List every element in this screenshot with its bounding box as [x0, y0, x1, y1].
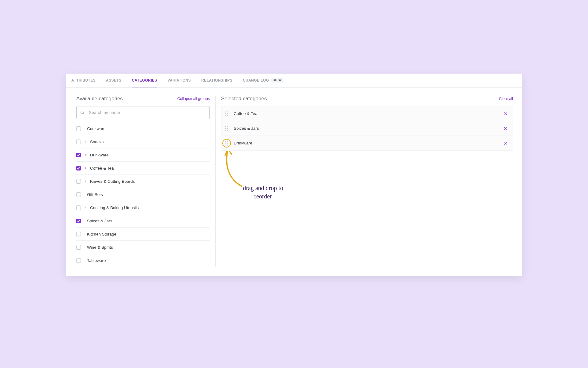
svg-point-15	[227, 141, 228, 142]
category-label[interactable]: Wine & Spirits	[87, 245, 113, 250]
category-label[interactable]: Snacks	[90, 140, 104, 144]
chevron-right-icon[interactable]	[84, 206, 87, 209]
svg-point-16	[225, 143, 226, 144]
category-row: Cookware	[76, 122, 210, 135]
svg-line-1	[83, 113, 84, 114]
category-row: Kitchen Storage	[76, 228, 210, 241]
category-row: Wine & Spirits	[76, 241, 210, 254]
svg-point-11	[227, 128, 228, 129]
tab-change-log[interactable]: CHANGE LOGBeta	[243, 74, 283, 87]
tab-bar: ATTRIBUTESASSETSCATEGORIESVARIATIONSRELA…	[66, 74, 522, 88]
annotation-overlay: drag and drop to reorder	[219, 151, 286, 212]
category-checkbox[interactable]	[76, 192, 81, 197]
svg-point-13	[227, 130, 228, 131]
category-label[interactable]: Drinkware	[90, 153, 109, 157]
chevron-right-icon[interactable]	[84, 153, 87, 156]
selected-row[interactable]: Spices & Jars	[221, 121, 513, 136]
category-checkbox[interactable]	[76, 258, 81, 263]
category-checkbox[interactable]	[76, 153, 81, 157]
tab-categories[interactable]: CATEGORIES	[132, 74, 157, 87]
categories-panel: ATTRIBUTESASSETSCATEGORIESVARIATIONSRELA…	[66, 74, 522, 276]
svg-point-18	[225, 144, 226, 145]
svg-point-9	[227, 126, 228, 127]
tab-label: CHANGE LOG	[243, 78, 269, 82]
category-checkbox[interactable]	[76, 166, 81, 171]
category-checkbox[interactable]	[76, 205, 81, 210]
available-title: Available categories	[76, 96, 123, 102]
category-checkbox[interactable]	[76, 179, 81, 184]
chevron-right-icon[interactable]	[84, 140, 87, 143]
drag-handle-icon[interactable]	[224, 141, 229, 146]
selected-label: Drinkware	[234, 141, 503, 145]
category-row: Gift Sets	[76, 188, 210, 201]
category-checkbox[interactable]	[76, 232, 81, 236]
svg-point-8	[225, 126, 226, 127]
svg-point-7	[227, 115, 228, 116]
beta-badge: Beta	[271, 78, 283, 82]
svg-point-0	[81, 111, 84, 114]
category-checkbox[interactable]	[76, 126, 81, 131]
category-label[interactable]: Tableware	[87, 258, 106, 263]
svg-point-5	[227, 113, 228, 114]
drag-handle-icon[interactable]	[224, 111, 229, 116]
svg-point-12	[225, 130, 226, 131]
close-icon[interactable]	[503, 112, 508, 116]
category-label[interactable]: Kitchen Storage	[87, 232, 116, 236]
close-icon[interactable]	[503, 141, 508, 145]
selected-categories: Selected categories Clear all Coffee & T…	[216, 96, 513, 267]
tab-label: RELATIONSHIPS	[201, 78, 232, 82]
tab-label: ASSETS	[106, 78, 121, 82]
svg-point-2	[225, 111, 226, 112]
category-row: Drinkware	[76, 148, 210, 162]
search-icon	[80, 110, 85, 115]
selected-label: Spices & Jars	[234, 126, 503, 131]
category-checkbox[interactable]	[76, 219, 81, 223]
clear-all-link[interactable]: Clear all	[499, 97, 513, 101]
svg-point-10	[225, 128, 226, 129]
category-label[interactable]: Cooking & Baking Utensils	[90, 205, 139, 210]
svg-point-17	[227, 143, 228, 144]
category-row: Cooking & Baking Utensils	[76, 201, 210, 214]
svg-point-3	[227, 111, 228, 112]
category-row: Coffee & Tea	[76, 162, 210, 175]
category-row: Knives & Cutting Boards	[76, 175, 210, 188]
svg-point-19	[227, 144, 228, 145]
drag-handle-highlight	[222, 139, 231, 148]
tab-attributes[interactable]: ATTRIBUTES	[71, 74, 96, 87]
category-label[interactable]: Coffee & Tea	[90, 166, 114, 171]
chevron-right-icon[interactable]	[84, 167, 87, 170]
tab-label: VARIATIONS	[168, 78, 191, 82]
svg-point-6	[225, 115, 226, 116]
collapse-all-link[interactable]: Collapse all groups	[177, 97, 210, 101]
available-categories: Available categories Collapse all groups…	[76, 96, 216, 267]
tab-label: CATEGORIES	[132, 78, 157, 82]
category-row: Spices & Jars	[76, 214, 210, 228]
tab-variations[interactable]: VARIATIONS	[168, 74, 191, 87]
chevron-right-icon[interactable]	[84, 180, 87, 183]
category-label[interactable]: Spices & Jars	[87, 219, 112, 223]
search-wrap	[76, 106, 210, 119]
category-checkbox[interactable]	[76, 245, 81, 250]
drag-handle-icon[interactable]	[224, 126, 229, 131]
close-icon[interactable]	[503, 126, 508, 131]
tab-assets[interactable]: ASSETS	[106, 74, 121, 87]
category-checkbox[interactable]	[76, 140, 81, 144]
category-label[interactable]: Gift Sets	[87, 192, 103, 197]
category-label[interactable]: Cookware	[87, 126, 106, 131]
search-input[interactable]	[76, 106, 210, 119]
tab-label: ATTRIBUTES	[71, 78, 96, 82]
svg-point-14	[225, 141, 226, 142]
tab-relationships[interactable]: RELATIONSHIPS	[201, 74, 232, 87]
selected-label: Coffee & Tea	[234, 111, 503, 116]
selected-title: Selected categories	[221, 96, 267, 102]
selected-row[interactable]: Drinkware	[221, 136, 513, 151]
annotation-text: drag and drop to reorder	[242, 184, 285, 201]
svg-point-4	[225, 113, 226, 114]
category-label[interactable]: Knives & Cutting Boards	[90, 179, 135, 184]
category-row: Tableware	[76, 254, 210, 267]
category-row: Snacks	[76, 135, 210, 148]
selected-row[interactable]: Coffee & Tea	[221, 106, 513, 121]
